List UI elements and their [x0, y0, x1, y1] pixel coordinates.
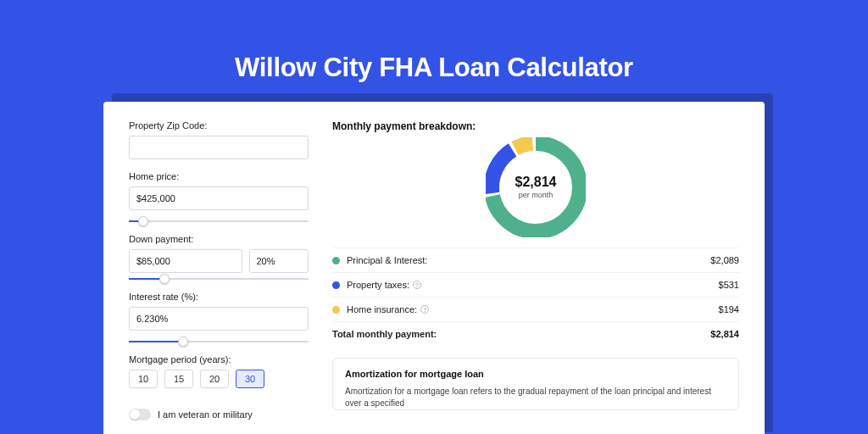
- amortization-title: Amortization for mortgage loan: [345, 369, 726, 379]
- veteran-toggle-knob: [130, 409, 140, 420]
- rate-slider-thumb[interactable]: [178, 337, 188, 347]
- period-label: Mortgage period (years):: [129, 354, 309, 364]
- down-amount-input[interactable]: [129, 249, 242, 273]
- calculator-card: Property Zip Code: Home price: Down paym…: [103, 102, 765, 434]
- rate-label: Interest rate (%):: [129, 292, 309, 302]
- insurance-value: $194: [719, 304, 739, 314]
- total-label: Total monthly payment:: [332, 329, 437, 339]
- form-panel: Property Zip Code: Home price: Down paym…: [103, 102, 324, 434]
- period-btn-20[interactable]: 20: [200, 370, 229, 388]
- rate-slider-fill: [129, 341, 183, 342]
- breakdown-rows: Principal & Interest:$2,089Property taxe…: [332, 248, 739, 321]
- down-slider-thumb[interactable]: [159, 274, 170, 284]
- total-value: $2,814: [710, 329, 739, 339]
- donut-center: $2,814 per month: [486, 137, 586, 237]
- breakdown-panel: Monthly payment breakdown: $2,814 per mo…: [324, 102, 765, 434]
- taxes-value: $531: [719, 280, 739, 290]
- principal-value: $2,089: [710, 255, 739, 265]
- principal-label: Principal & Interest:: [347, 255, 427, 265]
- price-slider-thumb[interactable]: [138, 216, 148, 226]
- zip-label: Property Zip Code:: [129, 120, 309, 131]
- breakdown-row-insurance: Home insurance:?$194: [332, 297, 739, 321]
- rate-slider[interactable]: [129, 341, 309, 342]
- period-btn-10[interactable]: 10: [129, 370, 158, 388]
- stage: Willow City FHA Loan Calculator Property…: [0, 0, 868, 434]
- principal-dot-icon: [332, 257, 340, 264]
- donut-amount: $2,814: [515, 175, 557, 189]
- insurance-label: Home insurance:: [347, 304, 417, 314]
- veteran-label: I am veteran or military: [158, 409, 253, 420]
- breakdown-row-taxes: Property taxes:?$531: [332, 272, 739, 297]
- veteran-toggle[interactable]: [129, 409, 151, 420]
- taxes-info-icon[interactable]: ?: [413, 281, 421, 289]
- veteran-row: I am veteran or military: [129, 409, 309, 420]
- amortization-card: Amortization for mortgage loan Amortizat…: [332, 358, 739, 410]
- rate-input[interactable]: [129, 307, 309, 331]
- insurance-dot-icon: [332, 306, 340, 314]
- taxes-dot-icon: [332, 281, 340, 289]
- period-row: 10152030: [129, 370, 309, 388]
- zip-input[interactable]: [129, 136, 309, 159]
- donut-chart: $2,814 per month: [332, 137, 739, 237]
- total-row: Total monthly payment: $2,814: [332, 321, 739, 346]
- period-btn-30[interactable]: 30: [236, 370, 264, 388]
- insurance-info-icon[interactable]: ?: [420, 305, 429, 314]
- price-slider[interactable]: [129, 220, 309, 222]
- price-input[interactable]: [129, 186, 309, 210]
- card-wrap: Property Zip Code: Home price: Down paym…: [103, 102, 765, 434]
- donut-sub: per month: [519, 191, 554, 199]
- page-title: Willow City FHA Loan Calculator: [235, 53, 633, 83]
- period-btn-15[interactable]: 15: [164, 370, 193, 388]
- taxes-label: Property taxes:: [347, 280, 409, 290]
- amortization-text: Amortization for a mortgage loan refers …: [345, 386, 726, 409]
- down-slider[interactable]: [129, 278, 309, 280]
- down-label: Down payment:: [129, 234, 309, 244]
- down-pct-input[interactable]: [249, 249, 309, 273]
- price-label: Home price:: [129, 171, 309, 181]
- breakdown-title: Monthly payment breakdown:: [332, 120, 739, 132]
- breakdown-row-principal: Principal & Interest:$2,089: [332, 248, 739, 272]
